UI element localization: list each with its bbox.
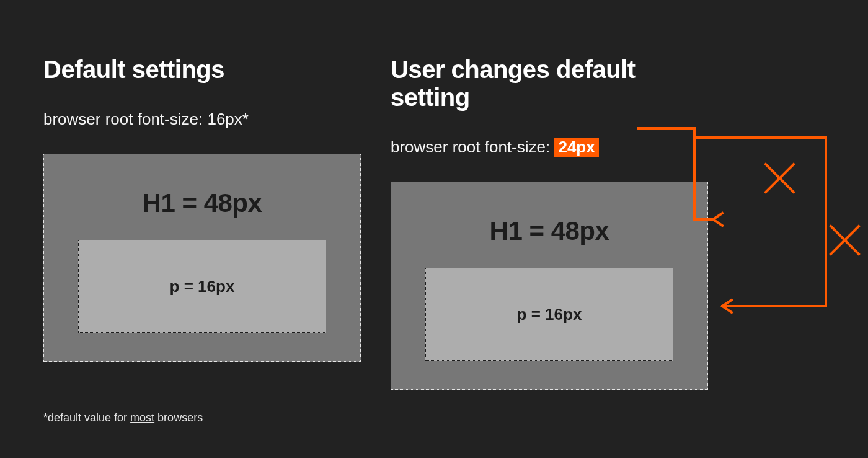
svg-line-4: [713, 219, 722, 226]
panel-title-left: Default settings: [43, 56, 366, 84]
h1-label-right: H1 = 48px: [490, 216, 609, 246]
p-label-left: p = 16px: [170, 277, 235, 296]
root-font-size-label: browser root font-size:: [391, 138, 554, 156]
svg-line-13: [831, 226, 859, 254]
root-font-size-value: 16px*: [207, 110, 249, 128]
svg-line-8: [722, 300, 732, 306]
inner-box-right: p = 16px: [425, 268, 673, 361]
h1-label-left: H1 = 48px: [143, 188, 262, 218]
root-font-size-right: browser root font-size: 24px: [391, 138, 713, 157]
x-icon: [831, 226, 859, 254]
svg-line-9: [722, 306, 732, 312]
outer-box-right: H1 = 48px p = 16px: [391, 182, 708, 390]
svg-line-12: [831, 226, 859, 254]
panel-default-settings: Default settings browser root font-size:…: [43, 56, 366, 362]
footnote-prefix: *default value for: [43, 412, 130, 424]
panel-title-right: User changes default setting: [391, 56, 713, 112]
outer-box-left: H1 = 48px p = 16px: [43, 154, 361, 362]
svg-line-11: [766, 164, 794, 192]
footnote-suffix: browsers: [154, 412, 203, 424]
p-label-right: p = 16px: [517, 305, 582, 324]
panel-user-changes: User changes default setting browser roo…: [391, 56, 713, 390]
root-font-size-left: browser root font-size: 16px*: [43, 110, 366, 129]
footnote-underlined: most: [130, 412, 154, 424]
inner-box-left: p = 16px: [78, 240, 326, 333]
x-icon: [766, 164, 794, 192]
footnote: *default value for most browsers: [43, 412, 203, 425]
svg-line-3: [713, 213, 722, 219]
svg-line-10: [766, 164, 794, 192]
root-font-size-label: browser root font-size:: [43, 110, 207, 128]
root-font-size-value-highlight: 24px: [554, 138, 598, 157]
